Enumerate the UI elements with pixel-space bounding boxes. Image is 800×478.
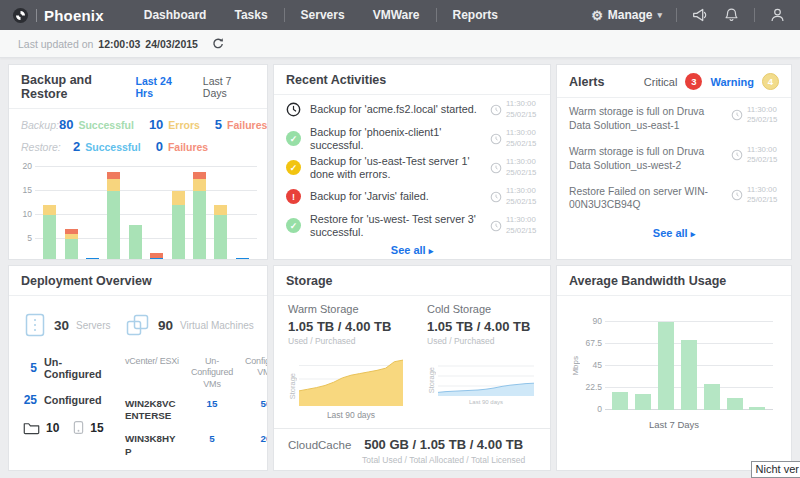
cold-storage-xaxis-label: Last 90 days — [438, 396, 534, 405]
brand-divider — [36, 9, 37, 22]
nav-divider — [754, 8, 755, 22]
nav-right: ⚙ Manage ▾ — [591, 6, 786, 24]
disk-count: 15 — [90, 421, 103, 435]
nav-divider — [676, 8, 677, 22]
restore-row-label: Restore: — [21, 141, 73, 153]
restore-successful-count: 2 — [73, 139, 80, 154]
activity-row: ✓ Backup for 'us-east-Test server 1' don… — [274, 153, 550, 182]
tab-last-24-hrs[interactable]: Last 24 Hrs — [136, 75, 189, 99]
timestamp-clock-icon — [490, 133, 502, 145]
account-button[interactable] — [769, 6, 786, 24]
bar — [658, 322, 674, 410]
activity-row: ! Backup for 'Jarvis' failed. 11:30:0025… — [274, 182, 550, 211]
backup-row-label: Backup: — [21, 119, 59, 131]
alerts-see-all-link[interactable]: See all▸ — [557, 223, 791, 241]
panel-title: Average Bandwidth Usage — [569, 274, 726, 288]
warm-storage-xaxis-label: Last 90 days — [299, 406, 403, 420]
configured-label: Configured — [44, 394, 102, 406]
status-bar: Last updated on 12:00:03 24/03/2015 — [0, 30, 800, 58]
stacked-bar — [129, 225, 142, 260]
vm-label: Virtual Machines — [180, 320, 254, 331]
panel-alerts: Alerts Critical 3 Warning 4 Warm storage… — [556, 64, 792, 260]
critical-count-badge[interactable]: 3 — [685, 73, 702, 90]
manage-label: Manage — [608, 8, 653, 22]
alert-text: Warm storage is full on Druva Data Solut… — [569, 145, 723, 173]
notifications-button[interactable] — [723, 6, 740, 24]
alert-row: Restore Failed on server WIN-00N3U3CB94Q… — [557, 178, 791, 218]
tab-last-7-days[interactable]: Last 7 Days — [203, 75, 255, 99]
nav-dashboard[interactable]: Dashboard — [132, 8, 219, 22]
bar — [749, 407, 765, 410]
alert-row: Warm storage is full on Druva Data Solut… — [557, 98, 791, 138]
cold-storage-block: Cold Storage 1.05 TB / 4.00 TB Used / Pu… — [427, 303, 536, 420]
warning-count-badge[interactable]: 4 — [762, 73, 779, 90]
nav-reports[interactable]: Reports — [441, 8, 510, 22]
cold-storage-area-chart — [438, 356, 534, 396]
error-icon: ! — [286, 189, 301, 204]
cut-off-tooltip: Nicht ver — [751, 461, 800, 478]
panel-title: Deployment Overview — [21, 274, 152, 288]
panel-storage: Storage Warm Storage 1.05 TB / 4.00 TB U… — [273, 265, 551, 471]
unconfigured-count: 5 — [23, 361, 37, 375]
timestamp: 11:30:0025/02/15 — [490, 215, 538, 235]
brand[interactable]: Phoenix — [12, 7, 104, 24]
backup-successful-count: 80 — [59, 117, 73, 132]
warm-storage-block: Warm Storage 1.05 TB / 4.00 TB Used / Pu… — [288, 303, 403, 420]
see-all-arrow-icon: ▸ — [691, 229, 696, 239]
configured-count: 25 — [23, 393, 37, 407]
table-cell-unconfigured: 5 — [185, 433, 239, 458]
backup-restore-chart: 05101520 — [9, 163, 267, 260]
panel-title: Alerts — [569, 75, 604, 89]
virtual-machines-icon — [125, 313, 151, 337]
cold-storage-yaxis-label: Storage — [427, 367, 436, 393]
table-cell-unconfigured: 15 — [185, 398, 239, 423]
success-check-icon: ✓ — [286, 218, 301, 233]
announcements-button[interactable] — [691, 6, 709, 24]
last-updated-date: 24/03/2015 — [145, 38, 198, 50]
activity-text: Backup for 'Jarvis' failed. — [310, 190, 481, 202]
bandwidth-xaxis-label: Last 7 Days — [557, 419, 791, 430]
timestamp: 11:30:0025/02/15 — [490, 128, 538, 148]
backup-successful-label: Successful — [78, 119, 133, 131]
table-cell-configured: 50 — [243, 398, 268, 423]
folder-count: 10 — [46, 421, 59, 435]
warning-label: Warning — [710, 76, 754, 88]
activity-list: Backup for 'acme.fs2.local' started. 11:… — [274, 95, 550, 240]
panel-recent-activities: Recent Activities Backup for 'acme.fs2.l… — [273, 64, 551, 260]
table-cell-configured: 20 — [243, 433, 268, 458]
nav-vmware[interactable]: VMWare — [361, 8, 432, 22]
panel-title: Storage — [286, 274, 333, 288]
bar — [704, 384, 720, 410]
see-all-arrow-icon: ▸ — [429, 246, 434, 256]
bandwidth-chart: Mbps 022.54567.590 — [557, 296, 791, 410]
table-cell-name: WIN2K8VCENTERSE — [125, 398, 181, 423]
gear-icon: ⚙ — [591, 8, 603, 23]
stacked-bar — [65, 229, 78, 260]
main-nav: Dashboard Tasks Servers VMWare Reports — [132, 8, 510, 22]
nav-tasks[interactable]: Tasks — [222, 8, 279, 22]
cold-storage-value: 1.05 TB / 4.00 TB — [427, 319, 536, 334]
manage-menu[interactable]: ⚙ Manage ▾ — [591, 8, 662, 23]
table-cell-name: WIN3K8HYP — [125, 433, 181, 458]
activity-row: ✓ Backup for 'phoenix-client1' successfu… — [274, 124, 550, 153]
warm-storage-value: 1.05 TB / 4.00 TB — [288, 319, 403, 334]
bar — [635, 394, 651, 410]
clock-icon — [286, 102, 301, 117]
refresh-button[interactable] — [211, 37, 225, 51]
stacked-bar — [236, 258, 249, 260]
backup-errors-label: Errors — [168, 119, 200, 131]
server-icon — [23, 312, 47, 338]
last-updated-time: 12:00:03 — [98, 38, 140, 50]
recent-see-all-link[interactable]: See all▸ — [274, 240, 550, 258]
bandwidth-plot — [605, 322, 773, 410]
success-check-icon: ✓ — [286, 131, 301, 146]
backup-errors-count: 10 — [149, 117, 163, 132]
user-icon — [769, 6, 786, 24]
timestamp-clock-icon — [731, 149, 743, 161]
timestamp-clock-icon — [731, 189, 743, 201]
nav-servers[interactable]: Servers — [289, 8, 357, 22]
activity-text: Backup for 'acme.fs2.local' started. — [310, 103, 481, 115]
timestamp: 11:30:0025/02/15 — [731, 185, 779, 205]
refresh-icon — [211, 37, 225, 51]
activity-text: Backup for 'phoenix-client1' successful. — [310, 126, 481, 151]
